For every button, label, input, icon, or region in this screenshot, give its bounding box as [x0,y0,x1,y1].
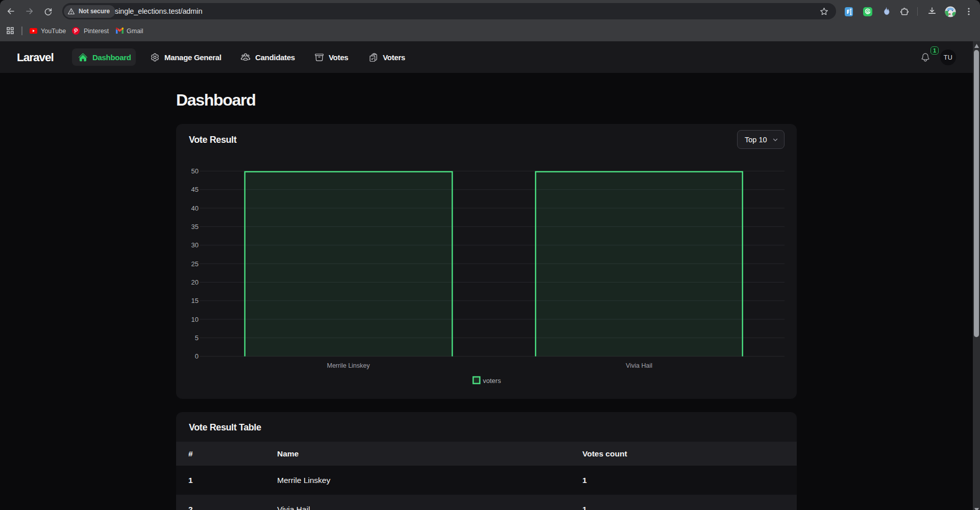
svg-text:45: 45 [191,186,199,193]
svg-text:15: 15 [191,297,199,304]
svg-text:voters: voters [483,377,501,385]
svg-text:5: 5 [195,334,199,342]
svg-text:30: 30 [191,241,199,249]
svg-text:35: 35 [191,223,199,231]
svg-text:40: 40 [191,205,199,212]
svg-text:Merrile Linskey: Merrile Linskey [327,362,370,369]
svg-text:25: 25 [191,260,199,268]
svg-text:20: 20 [191,278,199,286]
svg-text:10: 10 [191,316,199,323]
svg-text:50: 50 [191,167,199,175]
svg-text:Vivia Hail: Vivia Hail [626,362,652,369]
svg-text:0: 0 [195,352,199,360]
